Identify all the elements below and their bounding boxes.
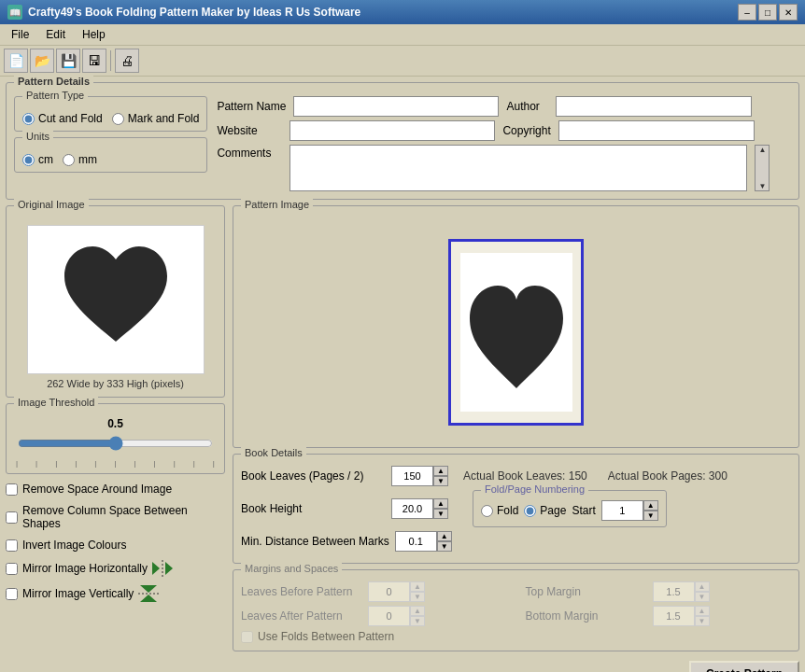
tick-7: |	[154, 459, 156, 468]
bottom-margin-spinbox: ▲ ▼	[653, 606, 710, 626]
leaves-after-up: ▲	[410, 606, 425, 616]
min-distance-label: Min. Distance Between Marks	[241, 535, 389, 548]
print-button[interactable]: 🖨	[115, 49, 139, 73]
fold-radio[interactable]	[481, 505, 493, 517]
remove-column-checkbox[interactable]	[6, 511, 18, 524]
pattern-name-label: Pattern Name	[217, 100, 286, 113]
mirror-horizontal-checkbox[interactable]	[6, 563, 18, 575]
svg-marker-1	[165, 562, 173, 575]
menu-file[interactable]: File	[4, 26, 36, 43]
actual-pages-text: Actual Book Pages: 300	[608, 469, 727, 483]
cut-and-fold-radio[interactable]	[22, 113, 35, 125]
book-leaves-input[interactable]	[391, 466, 433, 486]
slider-container[interactable]	[18, 434, 213, 455]
min-distance-spinbox[interactable]: ▲ ▼	[395, 531, 452, 552]
remove-space-checkbox[interactable]	[6, 483, 18, 496]
units-title: Units	[22, 131, 53, 142]
mm-text: mm	[78, 153, 97, 166]
mirror-horizontal-label[interactable]: Mirror Image Horizontally	[6, 560, 225, 577]
start-input[interactable]	[601, 500, 643, 521]
create-pattern-button[interactable]: Create Pattern	[689, 661, 799, 672]
page-radio-label[interactable]: Page	[524, 504, 566, 517]
leaves-after-input	[368, 606, 410, 626]
website-input[interactable]	[290, 120, 495, 141]
remove-column-label[interactable]: Remove Column Space Between Shapes	[6, 504, 225, 530]
mm-label[interactable]: mm	[63, 153, 97, 166]
cm-label[interactable]: cm	[22, 153, 53, 166]
bottom-row: Create Pattern	[233, 657, 799, 672]
start-btns: ▲ ▼	[643, 500, 658, 521]
start-spinbox[interactable]: ▲ ▼	[601, 500, 658, 521]
threshold-slider[interactable]	[18, 434, 213, 453]
leaves-after-row: Leaves After Pattern ▲ ▼	[241, 606, 507, 626]
page-radio[interactable]	[524, 505, 536, 517]
leaves-before-down: ▼	[410, 592, 425, 602]
top-margin-btns: ▲ ▼	[695, 581, 710, 602]
fold-radio-text: Fold	[497, 504, 518, 517]
remove-space-label[interactable]: Remove Space Around Image	[6, 483, 225, 496]
fold-radio-label[interactable]: Fold	[481, 504, 518, 517]
new-button[interactable]: 📄	[4, 49, 28, 73]
top-margin-up: ▲	[695, 581, 710, 592]
book-leaves-up[interactable]: ▲	[433, 466, 448, 476]
tick-9: |	[193, 459, 195, 468]
mirror-vertical-label[interactable]: Mirror Image Vertically	[6, 585, 225, 602]
min-distance-up[interactable]: ▲	[437, 531, 452, 541]
leaves-before-spinbox: ▲ ▼	[368, 581, 425, 602]
mirror-vertical-icon	[138, 585, 159, 602]
book-height-down[interactable]: ▼	[433, 509, 448, 519]
mirror-vertical-text: Mirror Image Vertically	[22, 587, 134, 600]
title-bar-left: 📖 Crafty49's Book Folding Pattern Maker …	[7, 5, 360, 20]
mirror-vertical-checkbox[interactable]	[6, 588, 18, 600]
leaves-before-label: Leaves Before Pattern	[241, 585, 362, 598]
bottom-margin-input	[653, 606, 695, 626]
book-height-input[interactable]	[391, 498, 433, 519]
min-distance-input[interactable]	[395, 531, 437, 552]
svg-marker-4	[140, 595, 157, 602]
leaves-after-btns: ▲ ▼	[410, 606, 425, 626]
cm-radio[interactable]	[22, 154, 35, 166]
author-input[interactable]	[556, 96, 752, 117]
pattern-image-display	[448, 239, 584, 426]
comments-textarea[interactable]	[290, 145, 747, 191]
min-distance-btns: ▲ ▼	[437, 531, 452, 552]
book-height-label: Book Height	[241, 502, 386, 515]
close-button[interactable]: ✕	[779, 4, 798, 21]
save-button[interactable]: 💾	[56, 49, 80, 73]
right-panel: Pattern Image Book Details	[233, 205, 799, 672]
mark-and-fold-radio[interactable]	[112, 113, 124, 125]
start-up[interactable]: ▲	[643, 500, 658, 511]
pattern-image-title: Pattern Image	[241, 199, 313, 210]
invert-colours-label[interactable]: Invert Image Colours	[6, 539, 225, 552]
margins-group: Margins and Spaces Leaves Before Pattern…	[233, 569, 799, 651]
maximize-button[interactable]: □	[758, 4, 777, 21]
bottom-margin-row: Bottom Margin ▲ ▼	[526, 606, 792, 626]
cut-and-fold-label[interactable]: Cut and Fold	[22, 112, 103, 125]
tick-4: |	[94, 459, 96, 468]
top-margin-label: Top Margin	[526, 585, 647, 598]
menu-edit[interactable]: Edit	[38, 26, 73, 43]
book-leaves-down[interactable]: ▼	[433, 476, 448, 486]
main-content: Pattern Details Pattern Type Cut and Fol…	[0, 77, 805, 672]
book-height-btns: ▲ ▼	[433, 498, 448, 519]
book-height-up[interactable]: ▲	[433, 498, 448, 509]
mark-and-fold-label[interactable]: Mark and Fold	[112, 112, 200, 125]
menu-help[interactable]: Help	[75, 26, 113, 43]
pattern-name-input[interactable]	[293, 96, 499, 117]
margins-grid: Leaves Before Pattern ▲ ▼ Top Margin	[241, 581, 791, 626]
minimize-button[interactable]: –	[738, 4, 756, 21]
comments-scrollbar[interactable]: ▲ ▼	[755, 145, 770, 191]
window-controls[interactable]: – □ ✕	[738, 4, 798, 21]
book-details-left: Book Leaves (Pages / 2) ▲ ▼ Actual Book …	[241, 466, 727, 555]
book-details-group: Book Details Book Leaves (Pages / 2) ▲ ▼	[233, 454, 799, 564]
copyright-input[interactable]	[558, 120, 755, 141]
book-height-spinbox[interactable]: ▲ ▼	[391, 498, 448, 519]
min-distance-down[interactable]: ▼	[437, 541, 452, 552]
invert-colours-checkbox[interactable]	[6, 539, 18, 552]
start-down[interactable]: ▼	[643, 511, 658, 521]
mm-radio[interactable]	[63, 154, 75, 166]
open-button[interactable]: 📂	[30, 49, 54, 73]
remove-space-text: Remove Space Around Image	[22, 483, 172, 496]
book-leaves-spinbox[interactable]: ▲ ▼	[391, 466, 448, 486]
save-as-button[interactable]: 🖫	[82, 49, 106, 73]
